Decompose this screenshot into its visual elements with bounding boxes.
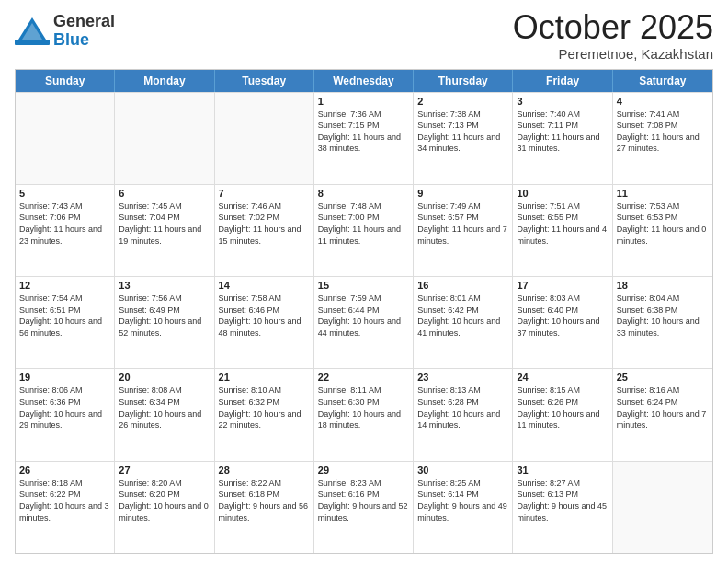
cell-info-31: Sunrise: 8:27 AM Sunset: 6:13 PM Dayligh… — [517, 477, 608, 523]
cell-date-14: 14 — [219, 280, 310, 291]
cal-header-wednesday: Wednesday — [314, 70, 414, 92]
cell-info-21: Sunrise: 8:10 AM Sunset: 6:32 PM Dayligh… — [219, 385, 310, 431]
cell-date-18: 18 — [617, 280, 709, 291]
logo: General Blue — [15, 13, 115, 50]
cal-day-28: 28Sunrise: 8:22 AM Sunset: 6:18 PM Dayli… — [215, 462, 314, 553]
cell-date-30: 30 — [417, 465, 508, 476]
cal-day-31: 31Sunrise: 8:27 AM Sunset: 6:13 PM Dayli… — [513, 462, 612, 553]
cal-day-8: 8Sunrise: 7:48 AM Sunset: 7:00 PM Daylig… — [314, 185, 414, 276]
cell-info-23: Sunrise: 8:13 AM Sunset: 6:28 PM Dayligh… — [417, 385, 508, 431]
cal-day-9: 9Sunrise: 7:49 AM Sunset: 6:57 PM Daylig… — [414, 185, 513, 276]
logo-blue: Blue — [53, 31, 115, 50]
cal-week-1: 1Sunrise: 7:36 AM Sunset: 7:15 PM Daylig… — [16, 92, 712, 184]
page: General Blue October 2025 Peremetnoe, Ka… — [0, 0, 728, 563]
cell-date-2: 2 — [417, 96, 508, 107]
svg-rect-2 — [15, 40, 50, 45]
cell-date-19: 19 — [19, 372, 110, 383]
cal-header-thursday: Thursday — [414, 70, 513, 92]
cell-date-3: 3 — [517, 96, 608, 107]
cell-date-1: 1 — [318, 96, 409, 107]
cell-date-23: 23 — [417, 372, 508, 383]
cell-info-19: Sunrise: 8:06 AM Sunset: 6:36 PM Dayligh… — [19, 385, 110, 431]
cal-day-14: 14Sunrise: 7:58 AM Sunset: 6:46 PM Dayli… — [215, 277, 314, 368]
cal-header-saturday: Saturday — [613, 70, 712, 92]
cell-date-31: 31 — [517, 465, 608, 476]
cell-info-4: Sunrise: 7:41 AM Sunset: 7:08 PM Dayligh… — [617, 109, 709, 155]
cell-info-29: Sunrise: 8:23 AM Sunset: 6:16 PM Dayligh… — [318, 477, 409, 523]
main-title: October 2025 — [513, 9, 713, 46]
cal-day-23: 23Sunrise: 8:13 AM Sunset: 6:28 PM Dayli… — [414, 369, 513, 460]
cell-date-29: 29 — [318, 465, 409, 476]
cell-date-17: 17 — [517, 280, 608, 291]
cal-day-1: 1Sunrise: 7:36 AM Sunset: 7:15 PM Daylig… — [314, 93, 414, 184]
cal-day-19: 19Sunrise: 8:06 AM Sunset: 6:36 PM Dayli… — [16, 369, 115, 460]
cell-info-7: Sunrise: 7:46 AM Sunset: 7:02 PM Dayligh… — [219, 201, 310, 247]
cell-info-16: Sunrise: 8:01 AM Sunset: 6:42 PM Dayligh… — [417, 293, 508, 339]
cell-date-20: 20 — [119, 372, 210, 383]
cell-date-5: 5 — [19, 188, 110, 199]
cell-info-12: Sunrise: 7:54 AM Sunset: 6:51 PM Dayligh… — [19, 293, 110, 339]
cell-info-15: Sunrise: 7:59 AM Sunset: 6:44 PM Dayligh… — [318, 293, 409, 339]
cal-day-17: 17Sunrise: 8:03 AM Sunset: 6:40 PM Dayli… — [513, 277, 612, 368]
cell-date-10: 10 — [517, 188, 608, 199]
cal-day-26: 26Sunrise: 8:18 AM Sunset: 6:22 PM Dayli… — [16, 462, 115, 553]
cal-header-tuesday: Tuesday — [215, 70, 314, 92]
cal-day-24: 24Sunrise: 8:15 AM Sunset: 6:26 PM Dayli… — [513, 369, 612, 460]
cell-info-17: Sunrise: 8:03 AM Sunset: 6:40 PM Dayligh… — [517, 293, 608, 339]
cal-day-18: 18Sunrise: 8:04 AM Sunset: 6:38 PM Dayli… — [613, 277, 712, 368]
cal-day-10: 10Sunrise: 7:51 AM Sunset: 6:55 PM Dayli… — [513, 185, 612, 276]
cal-day-4: 4Sunrise: 7:41 AM Sunset: 7:08 PM Daylig… — [613, 93, 712, 184]
cell-info-22: Sunrise: 8:11 AM Sunset: 6:30 PM Dayligh… — [318, 385, 409, 431]
cal-day-20: 20Sunrise: 8:08 AM Sunset: 6:34 PM Dayli… — [115, 369, 214, 460]
cell-date-8: 8 — [318, 188, 409, 199]
cal-week-2: 5Sunrise: 7:43 AM Sunset: 7:06 PM Daylig… — [16, 184, 712, 276]
cal-header-monday: Monday — [115, 70, 214, 92]
cal-day-13: 13Sunrise: 7:56 AM Sunset: 6:49 PM Dayli… — [115, 277, 214, 368]
cell-date-11: 11 — [617, 188, 709, 199]
cal-day-27: 27Sunrise: 8:20 AM Sunset: 6:20 PM Dayli… — [115, 462, 214, 553]
cal-day-22: 22Sunrise: 8:11 AM Sunset: 6:30 PM Dayli… — [314, 369, 414, 460]
cell-info-8: Sunrise: 7:48 AM Sunset: 7:00 PM Dayligh… — [318, 201, 409, 247]
cal-day-6: 6Sunrise: 7:45 AM Sunset: 7:04 PM Daylig… — [115, 185, 214, 276]
cell-info-28: Sunrise: 8:22 AM Sunset: 6:18 PM Dayligh… — [219, 477, 310, 523]
logo-text: General Blue — [53, 13, 115, 50]
cell-info-9: Sunrise: 7:49 AM Sunset: 6:57 PM Dayligh… — [417, 201, 508, 247]
cal-day-empty — [613, 462, 712, 553]
cell-info-3: Sunrise: 7:40 AM Sunset: 7:11 PM Dayligh… — [517, 109, 608, 155]
cell-info-27: Sunrise: 8:20 AM Sunset: 6:20 PM Dayligh… — [119, 477, 210, 523]
cell-date-7: 7 — [219, 188, 310, 199]
cell-info-14: Sunrise: 7:58 AM Sunset: 6:46 PM Dayligh… — [219, 293, 310, 339]
cell-info-11: Sunrise: 7:53 AM Sunset: 6:53 PM Dayligh… — [617, 201, 709, 247]
logo-icon — [15, 14, 50, 49]
cal-day-21: 21Sunrise: 8:10 AM Sunset: 6:32 PM Dayli… — [215, 369, 314, 460]
cell-date-28: 28 — [219, 465, 310, 476]
cal-day-16: 16Sunrise: 8:01 AM Sunset: 6:42 PM Dayli… — [414, 277, 513, 368]
cell-info-24: Sunrise: 8:15 AM Sunset: 6:26 PM Dayligh… — [517, 385, 608, 431]
cal-day-2: 2Sunrise: 7:38 AM Sunset: 7:13 PM Daylig… — [414, 93, 513, 184]
cal-day-3: 3Sunrise: 7:40 AM Sunset: 7:11 PM Daylig… — [513, 93, 612, 184]
cal-week-3: 12Sunrise: 7:54 AM Sunset: 6:51 PM Dayli… — [16, 276, 712, 368]
cell-date-13: 13 — [119, 280, 210, 291]
cell-info-18: Sunrise: 8:04 AM Sunset: 6:38 PM Dayligh… — [617, 293, 709, 339]
title-block: October 2025 Peremetnoe, Kazakhstan — [513, 9, 713, 62]
cell-date-12: 12 — [19, 280, 110, 291]
cell-date-15: 15 — [318, 280, 409, 291]
cal-day-30: 30Sunrise: 8:25 AM Sunset: 6:14 PM Dayli… — [414, 462, 513, 553]
cell-date-21: 21 — [219, 372, 310, 383]
cell-date-25: 25 — [617, 372, 709, 383]
cal-day-empty — [215, 93, 314, 184]
cal-week-4: 19Sunrise: 8:06 AM Sunset: 6:36 PM Dayli… — [16, 368, 712, 460]
cell-info-5: Sunrise: 7:43 AM Sunset: 7:06 PM Dayligh… — [19, 201, 110, 247]
cell-info-6: Sunrise: 7:45 AM Sunset: 7:04 PM Dayligh… — [119, 201, 210, 247]
cal-day-25: 25Sunrise: 8:16 AM Sunset: 6:24 PM Dayli… — [613, 369, 712, 460]
cal-day-11: 11Sunrise: 7:53 AM Sunset: 6:53 PM Dayli… — [613, 185, 712, 276]
cal-header-friday: Friday — [513, 70, 612, 92]
cal-day-empty — [115, 93, 214, 184]
cell-date-27: 27 — [119, 465, 210, 476]
cell-info-26: Sunrise: 8:18 AM Sunset: 6:22 PM Dayligh… — [19, 477, 110, 523]
cal-week-5: 26Sunrise: 8:18 AM Sunset: 6:22 PM Dayli… — [16, 461, 712, 553]
cell-date-6: 6 — [119, 188, 210, 199]
cal-day-empty — [16, 93, 115, 184]
calendar-header-row: SundayMondayTuesdayWednesdayThursdayFrid… — [16, 70, 712, 92]
cell-date-4: 4 — [617, 96, 709, 107]
